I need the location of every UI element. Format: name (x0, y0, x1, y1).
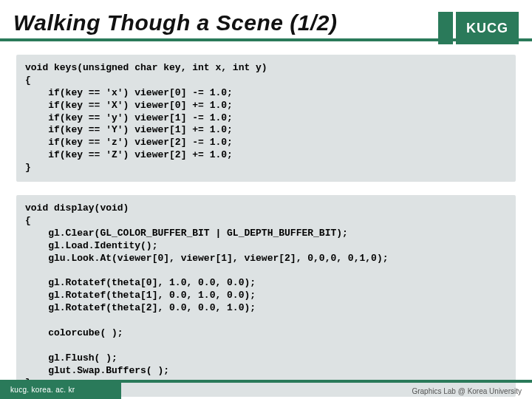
brand-swatch (438, 12, 453, 44)
code-block-keys: void keys(unsigned char key, int x, int … (16, 55, 516, 182)
footer-url: kucg. korea. ac. kr (0, 380, 121, 399)
code-block-display: void display(void) { gl.Clear(GL_COLOR_B… (16, 195, 516, 397)
footer-credit: Graphics Lab @ Korea University (121, 380, 532, 399)
slide: Walking Though a Scene (1/2) KUCG void k… (0, 0, 532, 399)
brand-label: KUCG (456, 12, 519, 44)
brand-badge: KUCG (438, 12, 519, 44)
title-bar: Walking Though a Scene (1/2) KUCG (0, 0, 532, 41)
footer: kucg. korea. ac. kr Graphics Lab @ Korea… (0, 380, 532, 399)
